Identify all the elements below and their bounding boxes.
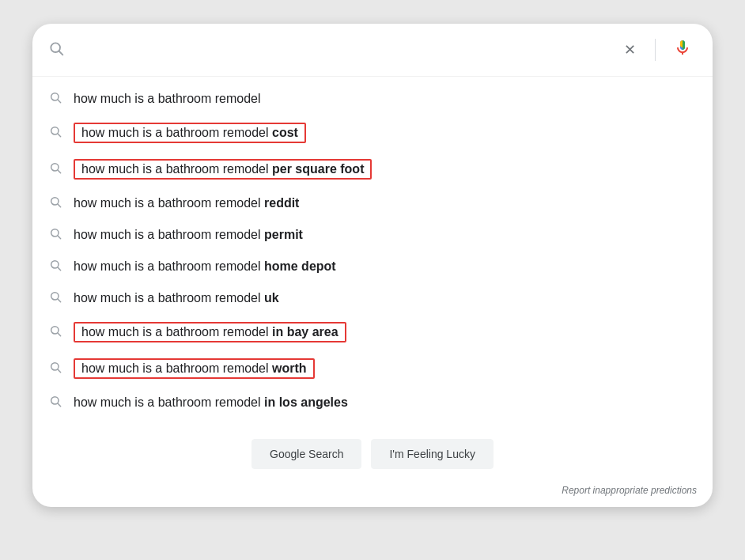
svg-line-21 (58, 403, 61, 407)
suggestion-text: how much is a bathroom remodel worth (74, 358, 315, 379)
svg-line-3 (58, 100, 61, 103)
suggestion-text-boxed: how much is a bathroom remodel per squar… (74, 159, 372, 180)
svg-line-1 (59, 51, 63, 55)
suggestion-text: how much is a bathroom remodel uk (74, 291, 279, 305)
report-row: Report inappropriate predictions (32, 482, 713, 507)
suggestion-item[interactable]: how much is a bathroom remodel in los an… (32, 387, 713, 418)
suggestion-search-icon (48, 125, 62, 141)
search-container: how much is a bathroom remodel ✕ how muc… (32, 24, 713, 507)
suggestion-text-boxed: how much is a bathroom remodel in bay ar… (74, 322, 346, 342)
suggestion-item[interactable]: how much is a bathroom remodel cost (32, 115, 713, 151)
report-text[interactable]: Report inappropriate predictions (562, 485, 697, 496)
svg-line-11 (58, 236, 61, 239)
suggestion-search-icon (48, 324, 62, 340)
svg-line-17 (58, 333, 61, 336)
suggestion-text: how much is a bathroom remodel in bay ar… (74, 322, 346, 342)
google-search-button[interactable]: Google Search (251, 439, 361, 469)
suggestion-search-icon (48, 161, 62, 177)
suggestion-item[interactable]: how much is a bathroom remodel (32, 83, 713, 115)
svg-line-9 (58, 204, 61, 207)
suggestion-item[interactable]: how much is a bathroom remodel permit (32, 219, 713, 251)
suggestion-text: how much is a bathroom remodel per squar… (74, 159, 372, 180)
suggestion-text: how much is a bathroom remodel permit (74, 228, 303, 242)
suggestion-text-boxed: how much is a bathroom remodel cost (74, 123, 306, 143)
suggestion-item[interactable]: how much is a bathroom remodel per squar… (32, 151, 713, 187)
suggestion-search-icon (48, 227, 62, 243)
suggestions-list: how much is a bathroom remodel how much … (32, 77, 713, 425)
suggestion-item[interactable]: how much is a bathroom remodel uk (32, 282, 713, 314)
suggestion-search-icon (48, 290, 62, 306)
suggestion-item[interactable]: how much is a bathroom remodel in bay ar… (32, 314, 713, 350)
search-bar: how much is a bathroom remodel ✕ (32, 24, 713, 77)
suggestion-item[interactable]: how much is a bathroom remodel worth (32, 350, 713, 387)
divider (655, 39, 656, 61)
suggestion-item[interactable]: how much is a bathroom remodel reddit (32, 187, 713, 219)
svg-line-15 (58, 299, 61, 302)
search-input[interactable]: how much is a bathroom remodel (74, 41, 608, 59)
clear-icon[interactable]: ✕ (618, 38, 642, 62)
suggestion-text: how much is a bathroom remodel cost (74, 123, 306, 143)
svg-line-13 (58, 267, 61, 271)
suggestion-text: how much is a bathroom remodel home depo… (74, 259, 336, 274)
microphone-icon[interactable] (668, 35, 697, 65)
suggestion-search-icon (48, 91, 62, 107)
buttons-row: Google Search I'm Feeling Lucky (32, 425, 713, 482)
suggestion-text: how much is a bathroom remodel reddit (74, 196, 299, 210)
svg-line-7 (58, 170, 61, 173)
suggestion-search-icon (48, 259, 62, 274)
suggestion-item[interactable]: how much is a bathroom remodel home depo… (32, 251, 713, 282)
svg-line-19 (58, 369, 61, 373)
suggestion-search-icon (48, 361, 62, 376)
suggestion-text: how much is a bathroom remodel in los an… (74, 395, 348, 410)
feeling-lucky-button[interactable]: I'm Feeling Lucky (371, 439, 494, 469)
suggestion-text: how much is a bathroom remodel (74, 92, 261, 106)
suggestion-search-icon (48, 395, 62, 411)
svg-line-5 (58, 134, 61, 137)
suggestion-text-boxed: how much is a bathroom remodel worth (74, 358, 315, 379)
search-icon (48, 40, 64, 60)
suggestion-search-icon (48, 195, 62, 211)
